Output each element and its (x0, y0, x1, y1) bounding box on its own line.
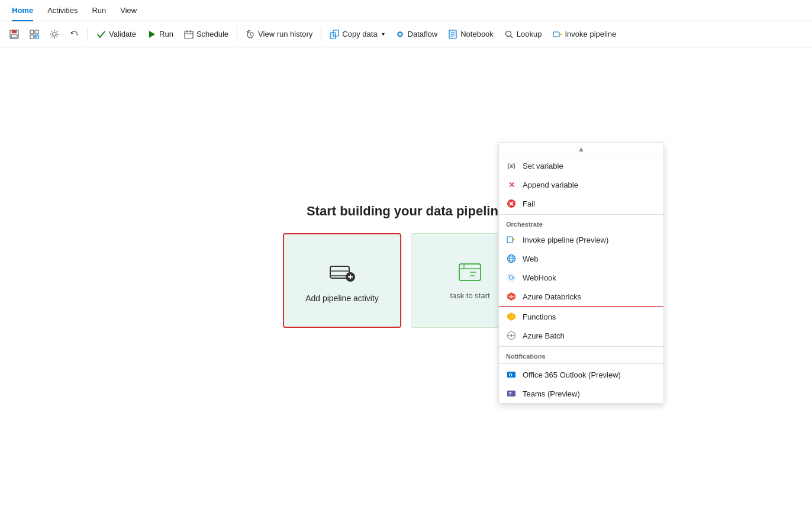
divider2 (499, 346, 663, 347)
svg-point-22 (505, 31, 511, 36)
databricks-icon (506, 291, 517, 302)
dropdown-item-azure-databricks[interactable]: Azure Databricks (499, 287, 663, 307)
divider1 (499, 214, 663, 215)
check-icon (96, 30, 106, 39)
history-icon (246, 30, 255, 39)
svg-line-23 (510, 36, 513, 38)
menu-item-run[interactable]: Run (85, 0, 113, 21)
notifications-section: Notifications (499, 348, 663, 362)
activity-dropdown-panel: ▲ (x) Set variable ✕ Append variable (498, 142, 664, 404)
dropdown-item-teams[interactable]: T Teams (Preview) (499, 384, 663, 403)
schedule-label: Schedule (196, 30, 228, 38)
sep2 (237, 27, 237, 41)
view-run-history-label: View run history (258, 30, 312, 38)
appendvar-icon: ✕ (506, 179, 517, 190)
copy-data-label: Copy data (342, 30, 377, 38)
validate-label: Validate (109, 30, 136, 38)
run-button[interactable]: Run (142, 25, 178, 44)
office-icon: O (506, 369, 517, 380)
undo-button[interactable] (65, 25, 84, 44)
sep3 (321, 27, 321, 41)
orchestrate-section: Orchestrate (499, 216, 663, 230)
svg-point-48 (508, 275, 510, 276)
dropdown-item-fail[interactable]: Fail (499, 194, 663, 213)
svg-point-54 (510, 334, 513, 337)
invoke-pipeline-button[interactable]: Invoke pipeline (548, 25, 621, 44)
dropdown-item-office365[interactable]: O Office 365 Outlook (Preview) (499, 365, 663, 384)
schedule-button[interactable]: Schedule (179, 25, 233, 44)
webhook-icon (506, 272, 517, 283)
gear-icon (50, 30, 59, 39)
notebook-icon (448, 30, 457, 39)
dropdown-item-functions[interactable]: ⚡ Functions (499, 307, 663, 326)
web-icon (506, 253, 517, 264)
lookup-button[interactable]: Lookup (500, 25, 547, 44)
calendar-icon (184, 30, 194, 39)
add-activity-card[interactable]: Add pipeline activity (283, 233, 401, 328)
copy-data-dropdown-arrow: ▾ (382, 31, 385, 37)
task-card-icon (458, 260, 482, 284)
svg-text:⚡: ⚡ (510, 314, 515, 320)
dropdown-item-invoke-pipeline[interactable]: Invoke pipeline (Preview) (499, 230, 663, 249)
functions-icon: ⚡ (506, 311, 517, 322)
svg-point-8 (53, 33, 56, 36)
task-card-label: task to start (450, 291, 489, 300)
pipeline-title: Start building your data pipeline (307, 204, 505, 219)
undo-icon (70, 30, 79, 39)
save-button[interactable] (5, 25, 24, 44)
dropdown-item-azure-batch[interactable]: Azure Batch (499, 326, 663, 345)
dropdown-item-set-variable[interactable]: (x) Set variable (499, 156, 663, 175)
append-variable-label: Append variable (523, 180, 578, 189)
add-activity-label: Add pipeline activity (305, 294, 379, 303)
svg-rect-1 (12, 30, 17, 33)
webhook-label: WebHook (523, 273, 556, 282)
svg-rect-3 (30, 30, 34, 34)
dropdown-item-append-variable[interactable]: ✕ Append variable (499, 175, 663, 194)
lookup-label: Lookup (517, 30, 542, 38)
activity-cards: Add pipeline activity task to start (283, 233, 529, 328)
copy-data-icon (330, 30, 339, 39)
dropdown-item-web[interactable]: Web (499, 249, 663, 268)
svg-rect-10 (185, 31, 193, 38)
view-run-history-button[interactable]: View run history (241, 25, 317, 44)
dataflow-button[interactable]: Dataflow (391, 25, 443, 44)
svg-rect-24 (553, 32, 559, 37)
menu-item-view[interactable]: View (113, 0, 144, 21)
menu-item-home[interactable]: Home (5, 0, 40, 21)
edit-button[interactable] (25, 25, 44, 44)
dropdown-item-webhook[interactable]: WebHook (499, 268, 663, 287)
functions-label: Functions (523, 312, 556, 321)
run-label: Run (159, 30, 173, 38)
teams-icon: T (506, 388, 517, 399)
teams-label: Teams (Preview) (523, 389, 580, 398)
dataflow-icon (395, 30, 405, 39)
canvas-center: Start building your data pipeline (283, 204, 529, 328)
fail-label: Fail (523, 199, 535, 208)
copy-data-button[interactable]: Copy data ▾ (325, 25, 389, 44)
svg-rect-4 (35, 30, 38, 34)
svg-point-46 (510, 276, 513, 279)
notebook-button[interactable]: Notebook (443, 25, 498, 44)
office365-label: Office 365 Outlook (Preview) (523, 370, 621, 379)
svg-rect-5 (30, 35, 34, 38)
svg-rect-2 (11, 34, 17, 38)
svg-text:O: O (509, 372, 513, 378)
web-label: Web (523, 254, 539, 263)
dropdown-inner[interactable]: (x) Set variable ✕ Append variable Fail (499, 156, 663, 403)
svg-marker-9 (149, 31, 155, 38)
invoke-pipeline-label: Invoke pipeline (565, 30, 617, 38)
menu-bar: Home Activities Run View (0, 0, 812, 21)
settings-button[interactable] (45, 25, 64, 44)
play-icon (147, 30, 156, 39)
add-activity-icon (328, 258, 356, 286)
setvariable-icon: (x) (506, 160, 517, 171)
lookup-icon (504, 30, 514, 39)
canvas-area: Start building your data pipeline (0, 47, 812, 532)
save-icon (9, 30, 19, 39)
azure-batch-label: Azure Batch (523, 331, 565, 340)
validate-button[interactable]: Validate (92, 25, 141, 44)
edit-icon (30, 30, 39, 39)
menu-item-activities[interactable]: Activities (40, 0, 85, 21)
dataflow-label: Dataflow (408, 30, 438, 38)
notebook-label: Notebook (460, 30, 494, 38)
